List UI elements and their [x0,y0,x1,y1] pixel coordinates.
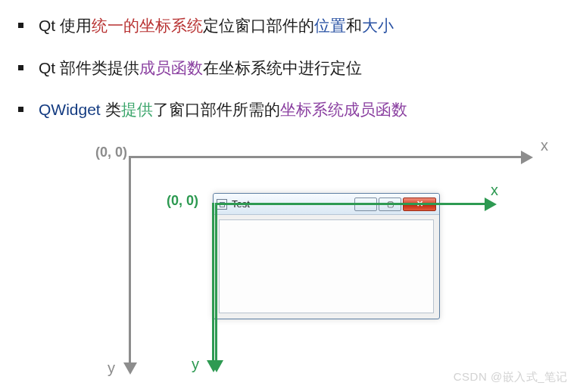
inner-origin-label: (0, 0) [167,193,198,209]
text-plain: Qt 部件类提供 [39,59,139,76]
text-em-purple: 成员函数 [139,59,203,76]
watermark-text: CSDN @嵌入式_笔记 [454,370,568,384]
bullet-text: Qt 使用统一的坐标系统定位窗口部件的位置和大小 [39,14,394,38]
text-em-purple: 坐标系统成员函数 [280,101,407,118]
outer-y-label: y [108,359,115,377]
text-class-name: QWidget [39,101,101,118]
bullet-list: Qt 使用统一的坐标系统定位窗口部件的位置和大小 Qt 部件类提供成员函数在坐标… [0,0,580,122]
window-client-area [219,219,434,313]
outer-y-arrow-icon [123,362,137,375]
inner-y-label: y [192,356,199,373]
bullet-marker [18,23,23,28]
text-plain: 在坐标系统中进行定位 [203,59,362,76]
text-plain: 了窗口部件所需的 [153,101,280,118]
bullet-text: Qt 部件类提供成员函数在坐标系统中进行定位 [39,56,362,80]
inner-x-arrow-icon [485,198,497,211]
text-plain: 类 [101,101,121,118]
outer-origin-label: (0, 0) [95,145,127,160]
outer-x-label: x [541,137,548,154]
text-em-blue: 位置 [314,17,346,34]
text-plain: 定位窗口部件的 [203,17,314,34]
inner-y-axis [215,203,217,362]
bullet-text: QWidget 类提供了窗口部件所需的坐标系统成员函数 [39,98,407,122]
text-em-blue: 大小 [362,17,394,34]
outer-y-axis [129,156,131,364]
bullet-item: QWidget 类提供了窗口部件所需的坐标系统成员函数 [18,98,580,122]
text-plain: 和 [346,17,362,34]
bullet-item: Qt 使用统一的坐标系统定位窗口部件的位置和大小 [18,14,580,38]
window-frame: Test ─ ▢ ✕ [213,193,440,319]
text-plain: Qt 使用 [39,17,92,34]
bullet-item: Qt 部件类提供成员函数在坐标系统中进行定位 [18,56,580,80]
outer-x-axis [129,156,522,158]
inner-y-arrow-icon-b [207,360,220,372]
inner-x-label: x [491,182,498,199]
text-em-red: 统一的坐标系统 [92,17,203,34]
bullet-marker [18,107,23,112]
inner-x-axis [215,203,486,205]
text-em-green: 提供 [121,101,153,118]
inner-y-axis-b [212,203,214,362]
coordinate-diagram: (0, 0) x y Test ─ ▢ ✕ (0, 0) x y [0,132,580,382]
outer-x-arrow-icon [521,151,533,164]
bullet-marker [18,65,23,70]
